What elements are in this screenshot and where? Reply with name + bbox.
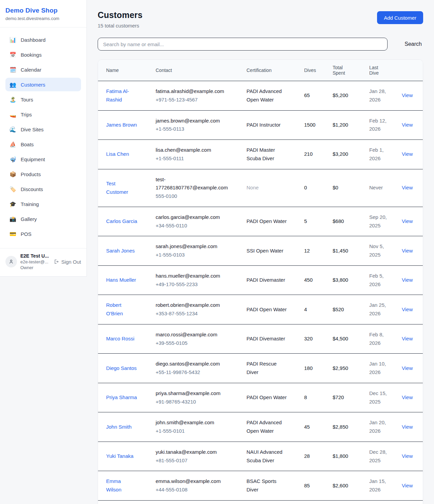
customer-name-link[interactable]: Marco Rossi xyxy=(106,335,134,343)
sidebar-item-discounts[interactable]: 🏷️Discounts xyxy=(5,182,81,196)
view-link[interactable]: View xyxy=(402,365,413,371)
sidebar-item-dive-sites[interactable]: 🌊Dive Sites xyxy=(5,123,81,136)
view-link[interactable]: View xyxy=(402,394,413,400)
sidebar-item-trips[interactable]: 🚤Trips xyxy=(5,108,81,121)
customer-name-link[interactable]: Priya Sharma xyxy=(106,393,137,402)
customer-name-link[interactable]: Diego Santos xyxy=(106,364,137,373)
customer-name-link[interactable]: Sarah Jones xyxy=(106,247,135,255)
view-link[interactable]: View xyxy=(402,277,413,283)
customer-phone: +91-98765-43210 xyxy=(156,398,241,406)
sidebar-item-equipment[interactable]: 🤿Equipment xyxy=(5,152,81,166)
customer-last-dive: Sep 20, 2025 xyxy=(369,213,396,230)
table-row: Keiko Yamamoto keiko.yamamoto@example.co… xyxy=(98,501,423,504)
customer-last-dive: Jan 28, 2026 xyxy=(369,87,396,104)
sidebar-item-products[interactable]: 📦Products xyxy=(5,167,81,181)
search-input[interactable] xyxy=(98,38,388,51)
customer-certification-cell: NAUI Advanced Scuba Diver xyxy=(246,442,304,471)
view-cell: View xyxy=(402,144,418,165)
customer-dives-cell: 12 xyxy=(304,241,333,261)
customer-last-dive-cell: Feb 5, 2026 xyxy=(369,266,402,295)
customer-last-dive-cell: Feb 1, 2026 xyxy=(369,140,402,169)
customer-dives-cell: 320 xyxy=(304,329,333,349)
customer-contact-cell: emma.wilson@example.com +44-555-0108 xyxy=(156,471,246,500)
sidebar-item-customers[interactable]: 👥Customers xyxy=(5,78,81,91)
customer-certification-cell: None xyxy=(246,178,304,198)
sidebar-item-label: Products xyxy=(21,171,41,177)
table-body: Fatima Al-Rashid fatima.alrashid@example… xyxy=(98,81,423,504)
customer-name-cell: Marco Rossi xyxy=(106,329,156,349)
view-link[interactable]: View xyxy=(402,424,413,430)
customer-phone: +39-555-0105 xyxy=(156,339,241,348)
sidebar-item-training[interactable]: 🎓Training xyxy=(5,197,81,211)
customer-certification-cell: PADI Advanced Open Water xyxy=(246,501,304,504)
sidebar-item-dashboard[interactable]: 📊Dashboard xyxy=(5,33,81,46)
customer-name-cell: Hans Mueller xyxy=(106,270,156,291)
customer-name-cell: Fatima Al-Rashid xyxy=(106,81,156,110)
customer-name-link[interactable]: Lisa Chen xyxy=(106,150,129,158)
customer-contact-cell: fatima.alrashid@example.com +971-55-123-… xyxy=(156,81,246,110)
customer-name-link[interactable]: Hans Mueller xyxy=(106,276,136,284)
customer-phone: +1-555-0111 xyxy=(156,154,241,163)
sign-out-button[interactable]: Sign Out xyxy=(54,259,81,265)
table-row: Diego Santos diego.santos@example.com +5… xyxy=(98,354,423,383)
customer-last-dive: Jan 25, 2026 xyxy=(369,301,396,318)
shop-domain: demo.test.divestreams.com xyxy=(5,16,81,21)
view-link[interactable]: View xyxy=(402,453,413,459)
calendar-icon: 🗓️ xyxy=(9,67,16,73)
customer-name-link[interactable]: Fatima Al-Rashid xyxy=(106,87,137,104)
view-link[interactable]: View xyxy=(402,483,413,488)
table-row: Test Customer test-1772681807767@example… xyxy=(98,169,423,207)
sidebar-item-gallery[interactable]: 📸Gallery xyxy=(5,212,81,226)
table-row: James Brown james.brown@example.com +1-5… xyxy=(98,111,423,140)
add-customer-button[interactable]: Add Customer xyxy=(377,11,423,24)
products-icon: 📦 xyxy=(9,171,16,178)
customer-contact-cell: diego.santos@example.com +55-11-99876-54… xyxy=(156,354,246,383)
customer-certification-cell: BSAC Sports Diver xyxy=(246,471,304,500)
customer-name-link[interactable]: Robert O'Brien xyxy=(106,301,137,318)
view-link[interactable]: View xyxy=(402,218,413,224)
customer-count: 15 total customers xyxy=(98,23,142,29)
customer-email: hans.mueller@example.com xyxy=(156,272,229,280)
customer-certification: PADI Master Scuba Diver xyxy=(246,146,287,163)
view-link[interactable]: View xyxy=(402,248,413,254)
view-link[interactable]: View xyxy=(402,151,413,157)
sidebar-item-calendar[interactable]: 🗓️Calendar xyxy=(5,63,81,76)
customer-name-link[interactable]: James Brown xyxy=(106,121,137,129)
sidebar-item-pos[interactable]: 💳POS xyxy=(5,227,81,241)
view-link[interactable]: View xyxy=(402,122,413,128)
customer-certification-cell: PADI Open Water xyxy=(246,387,304,408)
customer-name-link[interactable]: Carlos Garcia xyxy=(106,217,137,226)
customer-dives-cell: 28 xyxy=(304,446,333,467)
view-link[interactable]: View xyxy=(402,185,413,190)
customer-email: test-1772681807767@example.com xyxy=(156,175,229,192)
customer-name-cell: Diego Santos xyxy=(106,358,156,379)
customer-certification: None xyxy=(246,184,259,192)
customer-name-link[interactable]: Yuki Tanaka xyxy=(106,452,134,461)
sidebar-item-boats[interactable]: ⛵Boats xyxy=(5,137,81,151)
customer-contact-cell: yuki.tanaka@example.com +81-555-0107 xyxy=(156,442,246,471)
view-link[interactable]: View xyxy=(402,92,413,98)
view-cell: View xyxy=(402,211,418,232)
user-avatar xyxy=(5,256,17,267)
customer-name-link[interactable]: Test Customer xyxy=(106,180,137,197)
customer-certification: NAUI Advanced Scuba Diver xyxy=(246,448,287,465)
customer-total-spent-cell: $2,850 xyxy=(333,417,369,437)
sign-out-icon xyxy=(54,259,59,264)
sidebar-item-bookings[interactable]: 📅Bookings xyxy=(5,48,81,61)
table-row: Yuki Tanaka yuki.tanaka@example.com +81-… xyxy=(98,442,423,471)
view-cell: View xyxy=(402,387,418,408)
customer-name-link[interactable]: John Smith xyxy=(106,423,132,431)
sidebar-item-tours[interactable]: 🏝️Tours xyxy=(5,93,81,106)
customer-name-link[interactable]: Emma Wilson xyxy=(106,477,137,494)
table-row: Sarah Jones sarah.jones@example.com +1-5… xyxy=(98,236,423,266)
customer-email: marco.rossi@example.com xyxy=(156,331,229,339)
table-header-row: NameContactCertificationDivesTotal Spent… xyxy=(98,60,423,81)
customer-name-cell: Lisa Chen xyxy=(106,144,156,165)
page-title: Customers xyxy=(98,10,142,20)
customer-phone: +49-170-555-2233 xyxy=(156,280,241,289)
search-button[interactable]: Search xyxy=(403,41,423,47)
view-link[interactable]: View xyxy=(402,306,413,312)
view-cell: View xyxy=(402,241,418,261)
view-link[interactable]: View xyxy=(402,336,413,341)
training-icon: 🎓 xyxy=(9,201,16,207)
